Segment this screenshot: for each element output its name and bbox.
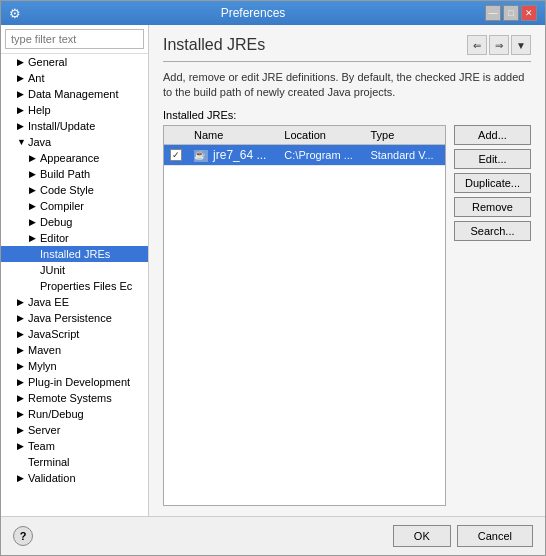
sidebar-item-editor[interactable]: ▶ Editor [1,230,148,246]
sidebar-item-label: Validation [28,472,76,484]
sidebar-item-general[interactable]: ▶ General [1,54,148,70]
sidebar-item-label: Debug [40,216,72,228]
dialog-icon: ⚙ [9,6,21,21]
sidebar-item-label: Plug-in Development [28,376,130,388]
jre-area: Name Location Type ☕ [163,125,531,506]
nav-dropdown-button[interactable]: ▼ [511,35,531,55]
sidebar-item-javascript[interactable]: ▶ JavaScript [1,326,148,342]
table-header-location: Location [278,126,364,145]
sidebar-item-run-debug[interactable]: ▶ Run/Debug [1,406,148,422]
search-button[interactable]: Search... [454,221,531,241]
sidebar-item-java-ee[interactable]: ▶ Java EE [1,294,148,310]
sidebar-item-label: Server [28,424,60,436]
chevron-icon: ▶ [29,217,37,227]
sidebar-item-team[interactable]: ▶ Team [1,438,148,454]
sidebar-item-build-path[interactable]: ▶ Build Path [1,166,148,182]
tree-container: ▶ General ▶ Ant ▶ Data Management ▶ Help… [1,53,148,516]
sidebar-item-label: Java [28,136,51,148]
sidebar-item-label: Maven [28,344,61,356]
chevron-icon: ▶ [17,73,25,83]
title-bar: ⚙ Preferences — □ ✕ [1,1,545,25]
jre-name-cell: ☕ jre7_64 ... [188,144,278,165]
chevron-icon: ▶ [17,361,25,371]
duplicate-button[interactable]: Duplicate... [454,173,531,193]
sidebar-item-plugin-dev[interactable]: ▶ Plug-in Development [1,374,148,390]
sidebar-item-properties-files[interactable]: Properties Files Ec [1,278,148,294]
sidebar-item-compiler[interactable]: ▶ Compiler [1,198,148,214]
footer-right: OK Cancel [393,525,533,547]
jre-table-container: Name Location Type ☕ [163,125,446,506]
panel-description: Add, remove or edit JRE definitions. By … [163,70,531,101]
sidebar-item-help[interactable]: ▶ Help [1,102,148,118]
sidebar-item-java-persistence[interactable]: ▶ Java Persistence [1,310,148,326]
sidebar-item-label: Ant [28,72,45,84]
sidebar-item-label: Code Style [40,184,94,196]
sidebar-item-label: General [28,56,67,68]
chevron-icon: ▶ [17,121,25,131]
sidebar-item-label: Data Management [28,88,119,100]
sidebar-item-label: Java Persistence [28,312,112,324]
chevron-icon: ▶ [17,377,25,387]
sidebar-item-label: Compiler [40,200,84,212]
chevron-icon: ▶ [17,473,25,483]
chevron-icon: ▶ [17,313,25,323]
sidebar-item-mylyn[interactable]: ▶ Mylyn [1,358,148,374]
jre-checkbox-cell[interactable] [164,144,188,165]
chevron-icon: ▶ [29,201,37,211]
filter-input[interactable] [5,29,144,49]
jre-checkbox[interactable] [170,149,182,161]
chevron-icon: ▶ [29,169,37,179]
sidebar-item-label: JavaScript [28,328,79,340]
left-panel: ▶ General ▶ Ant ▶ Data Management ▶ Help… [1,25,149,516]
sidebar-item-server[interactable]: ▶ Server [1,422,148,438]
jre-type-cell: Standard V... [364,144,445,165]
sidebar-item-install-update[interactable]: ▶ Install/Update [1,118,148,134]
chevron-icon: ▶ [17,57,25,67]
preferences-dialog: ⚙ Preferences — □ ✕ ▶ General ▶ Ant [0,0,546,556]
chevron-icon: ▶ [17,345,25,355]
chevron-icon: ▶ [17,89,25,99]
cancel-button[interactable]: Cancel [457,525,533,547]
add-button[interactable]: Add... [454,125,531,145]
dialog-footer: ? OK Cancel [1,516,545,555]
sidebar-item-remote-systems[interactable]: ▶ Remote Systems [1,390,148,406]
sidebar-item-appearance[interactable]: ▶ Appearance [1,150,148,166]
sidebar-item-label: Remote Systems [28,392,112,404]
panel-header: Installed JREs ⇐ ⇒ ▼ [163,35,531,62]
chevron-icon: ▶ [17,409,25,419]
table-row[interactable]: ☕ jre7_64 ... C:\Program ... Standard V.… [164,144,445,165]
sidebar-item-ant[interactable]: ▶ Ant [1,70,148,86]
chevron-icon: ▶ [29,233,37,243]
sidebar-item-validation[interactable]: ▶ Validation [1,470,148,486]
close-button[interactable]: ✕ [521,5,537,21]
sidebar-item-label: Properties Files Ec [40,280,132,292]
sidebar-item-junit[interactable]: JUnit [1,262,148,278]
sidebar-item-label: Java EE [28,296,69,308]
chevron-icon: ▶ [17,441,25,451]
help-button[interactable]: ? [13,526,33,546]
sidebar-item-label: Help [28,104,51,116]
sidebar-item-installed-jres[interactable]: Installed JREs [1,246,148,262]
minimize-button[interactable]: — [485,5,501,21]
nav-forward-button[interactable]: ⇒ [489,35,509,55]
sidebar-item-debug[interactable]: ▶ Debug [1,214,148,230]
sidebar-item-maven[interactable]: ▶ Maven [1,342,148,358]
installed-jres-label: Installed JREs: [163,109,531,121]
sidebar-item-label: Build Path [40,168,90,180]
edit-button[interactable]: Edit... [454,149,531,169]
maximize-button[interactable]: □ [503,5,519,21]
jre-name: jre7_64 ... [213,148,266,162]
nav-back-button[interactable]: ⇐ [467,35,487,55]
sidebar-item-data-management[interactable]: ▶ Data Management [1,86,148,102]
jre-icon: ☕ [194,150,208,162]
sidebar-item-code-style[interactable]: ▶ Code Style [1,182,148,198]
window-controls: — □ ✕ [485,5,537,21]
panel-title-text: Installed JREs [163,36,265,54]
sidebar-item-java[interactable]: ▼ Java [1,134,148,150]
side-buttons: Add... Edit... Duplicate... Remove Searc… [454,125,531,506]
ok-button[interactable]: OK [393,525,451,547]
sidebar-item-terminal[interactable]: Terminal [1,454,148,470]
table-header-name: Name [188,126,278,145]
remove-button[interactable]: Remove [454,197,531,217]
sidebar-item-label: Appearance [40,152,99,164]
